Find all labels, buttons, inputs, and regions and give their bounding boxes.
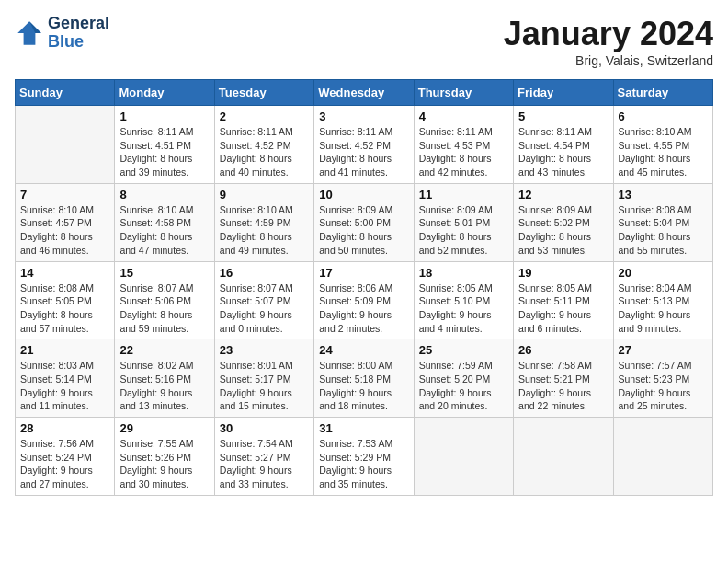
day-info: Sunrise: 8:07 AM Sunset: 5:07 PM Dayligh… xyxy=(220,282,309,336)
logo-text: General Blue xyxy=(48,15,109,52)
day-number: 29 xyxy=(119,421,209,435)
calendar-cell: 26Sunrise: 7:58 AM Sunset: 5:21 PM Dayli… xyxy=(514,339,613,418)
day-info: Sunrise: 8:10 AM Sunset: 4:57 PM Dayligh… xyxy=(20,203,109,258)
day-number: 24 xyxy=(319,343,408,357)
calendar-cell: 24Sunrise: 8:00 AM Sunset: 5:18 PM Dayli… xyxy=(314,339,414,418)
day-info: Sunrise: 8:10 AM Sunset: 4:59 PM Dayligh… xyxy=(220,203,309,258)
calendar-cell: 6Sunrise: 8:10 AM Sunset: 4:55 PM Daylig… xyxy=(613,106,712,184)
calendar-cell: 14Sunrise: 8:08 AM Sunset: 5:05 PM Dayli… xyxy=(16,261,115,339)
day-number: 1 xyxy=(119,109,209,123)
week-row-3: 14Sunrise: 8:08 AM Sunset: 5:05 PM Dayli… xyxy=(16,261,713,339)
calendar-cell: 4Sunrise: 8:11 AM Sunset: 4:53 PM Daylig… xyxy=(414,106,513,184)
day-info: Sunrise: 8:10 AM Sunset: 4:58 PM Dayligh… xyxy=(119,203,209,258)
day-number: 20 xyxy=(619,266,708,280)
calendar-cell xyxy=(16,106,115,184)
calendar-cell: 17Sunrise: 8:06 AM Sunset: 5:09 PM Dayli… xyxy=(314,261,414,339)
month-title: January 2024 xyxy=(504,15,713,53)
weekday-header-row: SundayMondayTuesdayWednesdayThursdayFrid… xyxy=(16,80,713,106)
calendar-cell: 16Sunrise: 8:07 AM Sunset: 5:07 PM Dayli… xyxy=(214,261,313,339)
logo-icon xyxy=(15,18,44,48)
week-row-2: 7Sunrise: 8:10 AM Sunset: 4:57 PM Daylig… xyxy=(16,183,713,261)
calendar-cell: 9Sunrise: 8:10 AM Sunset: 4:59 PM Daylig… xyxy=(214,183,313,261)
calendar-cell: 7Sunrise: 8:10 AM Sunset: 4:57 PM Daylig… xyxy=(16,183,115,261)
day-info: Sunrise: 8:09 AM Sunset: 5:01 PM Dayligh… xyxy=(419,203,508,258)
day-info: Sunrise: 8:00 AM Sunset: 5:18 PM Dayligh… xyxy=(319,359,408,413)
day-info: Sunrise: 7:56 AM Sunset: 5:24 PM Dayligh… xyxy=(20,437,109,491)
day-info: Sunrise: 7:57 AM Sunset: 5:23 PM Dayligh… xyxy=(619,359,708,413)
weekday-header-saturday: Saturday xyxy=(613,80,712,106)
calendar-table: SundayMondayTuesdayWednesdayThursdayFrid… xyxy=(15,79,713,496)
calendar-cell: 5Sunrise: 8:11 AM Sunset: 4:54 PM Daylig… xyxy=(514,106,613,184)
day-number: 16 xyxy=(220,266,309,280)
day-info: Sunrise: 8:08 AM Sunset: 5:04 PM Dayligh… xyxy=(619,203,708,258)
weekday-header-tuesday: Tuesday xyxy=(214,80,313,106)
title-block: January 2024 Brig, Valais, Switzerland xyxy=(504,15,713,68)
day-info: Sunrise: 8:09 AM Sunset: 5:00 PM Dayligh… xyxy=(319,203,408,258)
day-info: Sunrise: 8:07 AM Sunset: 5:06 PM Dayligh… xyxy=(119,282,209,336)
day-info: Sunrise: 8:05 AM Sunset: 5:11 PM Dayligh… xyxy=(518,282,608,336)
weekday-header-thursday: Thursday xyxy=(414,80,513,106)
calendar-cell: 25Sunrise: 7:59 AM Sunset: 5:20 PM Dayli… xyxy=(414,339,513,418)
calendar-cell: 31Sunrise: 7:53 AM Sunset: 5:29 PM Dayli… xyxy=(314,418,414,496)
day-info: Sunrise: 8:09 AM Sunset: 5:02 PM Dayligh… xyxy=(518,203,608,258)
logo: General Blue xyxy=(15,15,109,52)
day-number: 6 xyxy=(619,109,708,123)
day-info: Sunrise: 8:08 AM Sunset: 5:05 PM Dayligh… xyxy=(20,282,109,336)
calendar-cell: 2Sunrise: 8:11 AM Sunset: 4:52 PM Daylig… xyxy=(214,106,313,184)
day-info: Sunrise: 8:11 AM Sunset: 4:53 PM Dayligh… xyxy=(419,125,508,179)
calendar-cell: 15Sunrise: 8:07 AM Sunset: 5:06 PM Dayli… xyxy=(115,261,214,339)
day-info: Sunrise: 8:10 AM Sunset: 4:55 PM Dayligh… xyxy=(619,125,708,179)
day-number: 17 xyxy=(319,266,408,280)
week-row-4: 21Sunrise: 8:03 AM Sunset: 5:14 PM Dayli… xyxy=(16,339,713,418)
logo-line2: Blue xyxy=(48,33,109,52)
day-info: Sunrise: 8:02 AM Sunset: 5:16 PM Dayligh… xyxy=(119,359,209,413)
calendar-cell: 13Sunrise: 8:08 AM Sunset: 5:04 PM Dayli… xyxy=(613,183,712,261)
week-row-5: 28Sunrise: 7:56 AM Sunset: 5:24 PM Dayli… xyxy=(16,418,713,496)
week-row-1: 1Sunrise: 8:11 AM Sunset: 4:51 PM Daylig… xyxy=(16,106,713,184)
day-number: 15 xyxy=(119,266,209,280)
day-number: 13 xyxy=(619,188,708,201)
day-number: 9 xyxy=(220,188,309,201)
weekday-header-friday: Friday xyxy=(514,80,613,106)
day-info: Sunrise: 8:03 AM Sunset: 5:14 PM Dayligh… xyxy=(20,359,109,413)
calendar-cell: 20Sunrise: 8:04 AM Sunset: 5:13 PM Dayli… xyxy=(613,261,712,339)
weekday-header-monday: Monday xyxy=(115,80,214,106)
day-number: 28 xyxy=(20,421,109,435)
calendar-cell: 1Sunrise: 8:11 AM Sunset: 4:51 PM Daylig… xyxy=(115,106,214,184)
calendar-cell: 19Sunrise: 8:05 AM Sunset: 5:11 PM Dayli… xyxy=(514,261,613,339)
page-header: General Blue January 2024 Brig, Valais, … xyxy=(15,15,713,68)
day-number: 10 xyxy=(319,188,408,201)
day-info: Sunrise: 8:11 AM Sunset: 4:51 PM Dayligh… xyxy=(119,125,209,179)
day-number: 25 xyxy=(419,343,508,357)
calendar-cell: 28Sunrise: 7:56 AM Sunset: 5:24 PM Dayli… xyxy=(16,418,115,496)
day-number: 19 xyxy=(518,266,608,280)
location-subtitle: Brig, Valais, Switzerland xyxy=(504,53,713,68)
day-number: 22 xyxy=(119,343,209,357)
day-info: Sunrise: 7:54 AM Sunset: 5:27 PM Dayligh… xyxy=(220,437,309,491)
day-info: Sunrise: 8:01 AM Sunset: 5:17 PM Dayligh… xyxy=(220,359,309,413)
day-number: 18 xyxy=(419,266,508,280)
day-number: 27 xyxy=(619,343,708,357)
day-number: 4 xyxy=(419,109,508,123)
day-info: Sunrise: 7:55 AM Sunset: 5:26 PM Dayligh… xyxy=(119,437,209,491)
logo-line1: General xyxy=(48,15,109,33)
day-number: 2 xyxy=(220,109,309,123)
day-info: Sunrise: 7:59 AM Sunset: 5:20 PM Dayligh… xyxy=(419,359,508,413)
day-info: Sunrise: 7:58 AM Sunset: 5:21 PM Dayligh… xyxy=(518,359,608,413)
calendar-cell: 10Sunrise: 8:09 AM Sunset: 5:00 PM Dayli… xyxy=(314,183,414,261)
day-number: 26 xyxy=(518,343,608,357)
calendar-cell xyxy=(514,418,613,496)
day-number: 14 xyxy=(20,266,109,280)
weekday-header-sunday: Sunday xyxy=(16,80,115,106)
day-info: Sunrise: 8:11 AM Sunset: 4:52 PM Dayligh… xyxy=(220,125,309,179)
day-info: Sunrise: 8:04 AM Sunset: 5:13 PM Dayligh… xyxy=(619,282,708,336)
calendar-cell xyxy=(613,418,712,496)
day-info: Sunrise: 8:06 AM Sunset: 5:09 PM Dayligh… xyxy=(319,282,408,336)
day-info: Sunrise: 7:53 AM Sunset: 5:29 PM Dayligh… xyxy=(319,437,408,491)
calendar-cell: 12Sunrise: 8:09 AM Sunset: 5:02 PM Dayli… xyxy=(514,183,613,261)
calendar-cell xyxy=(414,418,513,496)
calendar-cell: 22Sunrise: 8:02 AM Sunset: 5:16 PM Dayli… xyxy=(115,339,214,418)
calendar-cell: 3Sunrise: 8:11 AM Sunset: 4:52 PM Daylig… xyxy=(314,106,414,184)
day-info: Sunrise: 8:05 AM Sunset: 5:10 PM Dayligh… xyxy=(419,282,508,336)
day-number: 12 xyxy=(518,188,608,201)
